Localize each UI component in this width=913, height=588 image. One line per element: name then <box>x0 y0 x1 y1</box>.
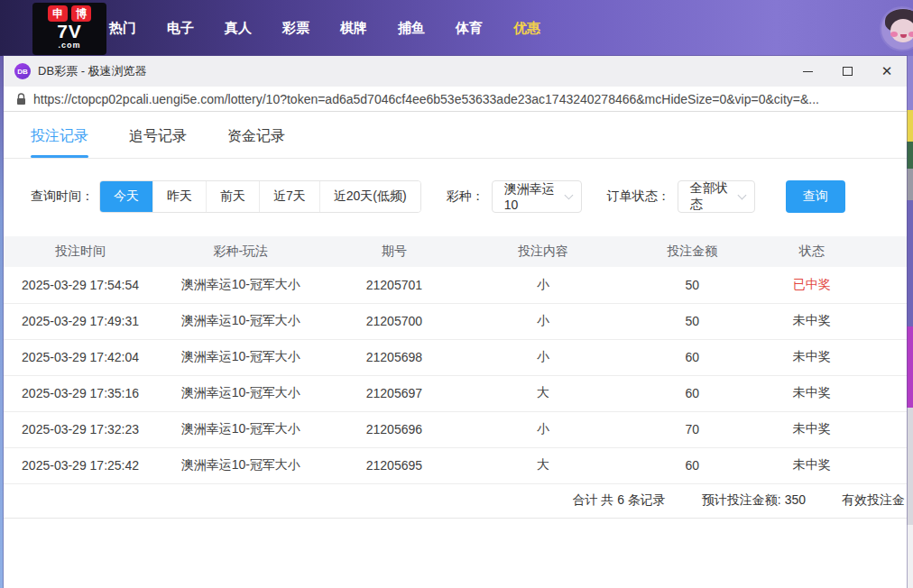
browser-favicon: DB <box>14 63 31 79</box>
cell-issue: 21205695 <box>324 447 464 483</box>
window-titlebar[interactable]: DB DB彩票 - 极速浏览器 ✕ <box>4 56 907 87</box>
cell-bet-time: 2025-03-29 17:32:23 <box>4 411 157 447</box>
cell-content: 小 <box>464 303 622 339</box>
nav-item-sports[interactable]: 体育 <box>440 20 498 37</box>
user-avatar[interactable] <box>880 6 913 51</box>
table-row: 2025-03-29 17:54:54 澳洲幸运10-冠军大小 21205701… <box>4 267 907 303</box>
nav-item-electronic[interactable]: 电子 <box>152 20 209 37</box>
cell-bet-time: 2025-03-29 17:49:31 <box>4 303 157 339</box>
minimize-button[interactable] <box>788 56 827 87</box>
time-option-yesterday[interactable]: 昨天 <box>152 181 206 212</box>
table-row: 2025-03-29 17:42:04 澳洲幸运10-冠军大小 21205698… <box>4 339 907 375</box>
search-button[interactable]: 查询 <box>786 180 845 213</box>
time-option-7days[interactable]: 近7天 <box>259 181 319 212</box>
col-header-spacer <box>862 236 907 267</box>
cell-bet-time: 2025-03-29 17:54:54 <box>4 267 157 303</box>
col-header-amount: 投注金额 <box>622 236 762 267</box>
cell-status: 未中奖 <box>762 447 862 483</box>
order-status-label: 订单状态： <box>607 188 670 205</box>
cell-game: 澳洲幸运10-冠军大小 <box>157 267 324 303</box>
cell-spacer <box>862 267 907 303</box>
time-filter-label: 查询时间： <box>31 188 94 205</box>
window-controls: ✕ <box>788 56 907 87</box>
maximize-button[interactable] <box>827 56 867 87</box>
logo-badge-bo: 博 <box>71 5 91 22</box>
maximize-icon <box>843 67 853 76</box>
col-header-issue: 期号 <box>324 236 464 267</box>
time-option-20days[interactable]: 近20天(低频) <box>319 181 420 212</box>
cell-issue: 21205700 <box>324 303 464 339</box>
cell-game: 澳洲幸运10-冠军大小 <box>157 339 324 375</box>
cell-amount: 50 <box>622 267 762 303</box>
bet-records-table: 投注时间 彩种-玩法 期号 投注内容 投注金额 状态 2025-03-29 17… <box>4 236 907 484</box>
page-content: 投注记录 追号记录 资金记录 查询时间： 今天 昨天 前天 近7天 近20天(低… <box>4 112 907 588</box>
cell-bet-time: 2025-03-29 17:35:16 <box>4 375 157 411</box>
table-row: 2025-03-29 17:49:31 澳洲幸运10-冠军大小 21205700… <box>4 303 907 339</box>
cell-content: 大 <box>464 447 622 483</box>
col-header-status: 状态 <box>762 236 862 267</box>
cell-spacer <box>862 375 907 411</box>
cell-game: 澳洲幸运10-冠军大小 <box>157 447 324 483</box>
summary-bar: 合计 共 6 条记录 预计投注金额: 350 有效投注金 <box>4 484 907 519</box>
time-option-day-before[interactable]: 前天 <box>206 181 259 212</box>
cell-content: 小 <box>464 411 622 447</box>
nav-item-live[interactable]: 真人 <box>209 20 267 37</box>
lottery-select-value: 澳洲幸运10 <box>504 181 566 212</box>
time-option-today[interactable]: 今天 <box>100 181 152 212</box>
cell-status: 未中奖 <box>762 303 862 339</box>
time-filter-group: 今天 昨天 前天 近7天 近20天(低频) <box>99 180 421 213</box>
cell-status: 未中奖 <box>762 411 862 447</box>
cell-issue: 21205701 <box>324 267 464 303</box>
tab-bet-records[interactable]: 投注记录 <box>31 127 88 158</box>
window-title: DB彩票 - 极速浏览器 <box>38 63 788 79</box>
table-row: 2025-03-29 17:35:16 澳洲幸运10-冠军大小 21205697… <box>4 375 907 411</box>
site-header: 申 博 7V .com 热门 电子 真人 彩票 棋牌 捕鱼 体育 优惠 <box>0 0 913 56</box>
logo-badge-shen: 申 <box>48 5 68 22</box>
cell-content: 小 <box>464 267 622 303</box>
nav-item-hot[interactable]: 热门 <box>94 20 152 37</box>
logo-sub-text: .com <box>37 41 102 49</box>
tab-chase-records[interactable]: 追号记录 <box>129 127 187 158</box>
address-bar[interactable]: https://ctopcp02pcali.uengi5e.com/lotter… <box>4 87 907 112</box>
close-button[interactable]: ✕ <box>867 56 907 87</box>
cell-bet-time: 2025-03-29 17:25:42 <box>4 447 157 483</box>
nav-item-lottery[interactable]: 彩票 <box>267 20 325 37</box>
nav-item-fishing[interactable]: 捕鱼 <box>383 20 440 37</box>
summary-expected-amount: 预计投注金额: 350 <box>702 492 806 509</box>
order-status-select[interactable]: 全部状态 <box>678 180 755 213</box>
cell-content: 大 <box>464 375 622 411</box>
url-text: https://ctopcp02pcali.uengi5e.com/lotter… <box>33 92 819 106</box>
background-page-edge-right <box>907 56 913 588</box>
lock-icon <box>16 93 26 106</box>
site-nav: 热门 电子 真人 彩票 棋牌 捕鱼 体育 优惠 <box>94 0 556 56</box>
cell-spacer <box>862 303 907 339</box>
nav-item-boardgames[interactable]: 棋牌 <box>325 20 383 37</box>
cell-spacer <box>862 447 907 483</box>
record-tabs: 投注记录 追号记录 资金记录 <box>4 112 907 159</box>
col-header-content: 投注内容 <box>464 236 622 267</box>
cell-spacer <box>862 411 907 447</box>
cell-issue: 21205697 <box>324 375 464 411</box>
cell-amount: 60 <box>622 447 762 483</box>
cell-issue: 21205698 <box>324 339 464 375</box>
cell-status: 已中奖 <box>762 267 862 303</box>
lottery-select[interactable]: 澳洲幸运10 <box>492 180 582 213</box>
order-status-value: 全部状态 <box>690 180 739 213</box>
cell-amount: 60 <box>622 339 762 375</box>
table-row: 2025-03-29 17:32:23 澳洲幸运10-冠军大小 21205696… <box>4 411 907 447</box>
avatar-face <box>890 19 913 42</box>
logo-main-text: 7V <box>37 22 102 41</box>
cell-content: 小 <box>464 339 622 375</box>
tab-label: 投注记录 <box>31 128 88 143</box>
lottery-filter-label: 彩种： <box>447 188 484 205</box>
cell-game: 澳洲幸运10-冠军大小 <box>157 375 324 411</box>
cell-amount: 70 <box>622 411 762 447</box>
active-tab-underline <box>31 155 88 158</box>
cell-game: 澳洲幸运10-冠军大小 <box>157 411 324 447</box>
minimize-icon <box>803 71 813 72</box>
tab-fund-records[interactable]: 资金记录 <box>227 127 285 158</box>
nav-item-promotions[interactable]: 优惠 <box>498 20 556 37</box>
col-header-game: 彩种-玩法 <box>157 236 324 267</box>
cell-status: 未中奖 <box>762 339 862 375</box>
col-header-bet-time: 投注时间 <box>4 236 157 267</box>
